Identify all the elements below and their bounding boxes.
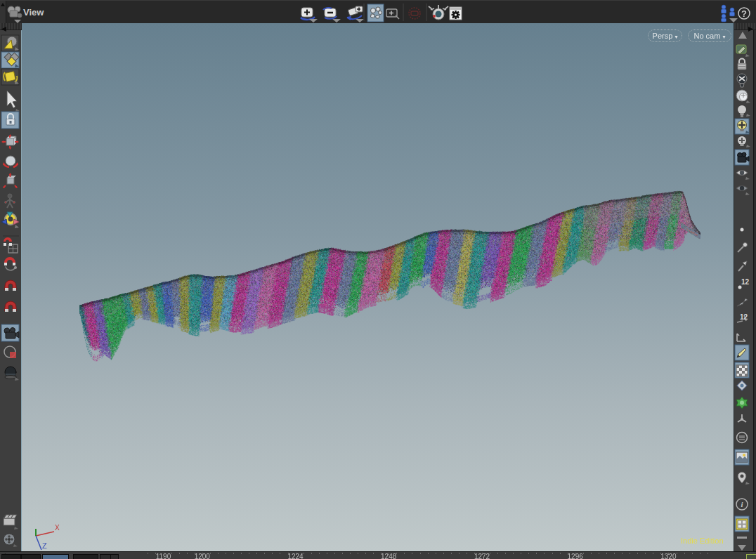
svg-text:12: 12 [740,313,748,321]
svg-text:?: ? [741,8,747,19]
svg-text:i: i [741,500,743,508]
svg-text:X: X [55,524,60,532]
svg-text:Z: Z [42,541,47,550]
svg-text:12: 12 [741,278,750,286]
